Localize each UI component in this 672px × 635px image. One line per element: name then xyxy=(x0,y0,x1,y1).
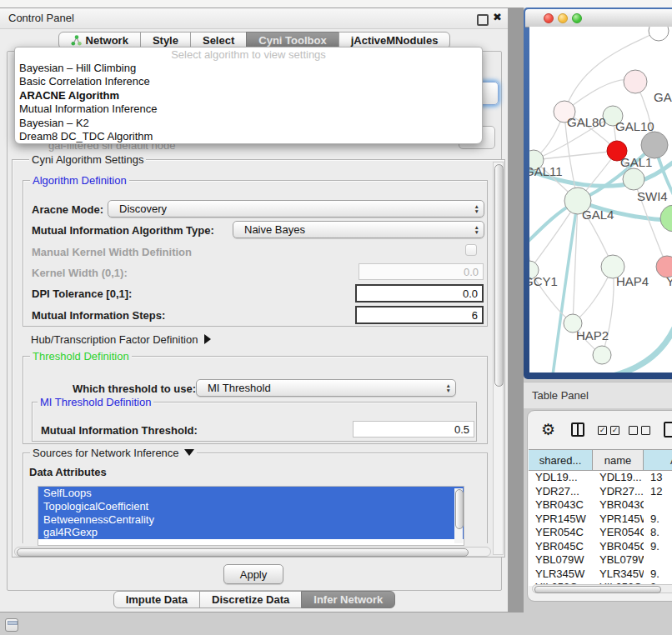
tab-label: Cyni Toolbox xyxy=(258,34,326,47)
table-rows[interactable]: YDL19... YDL19... 13 YDR27... YDR27... 1… xyxy=(529,471,672,586)
checked-checkbox-icon[interactable]: ✓ xyxy=(598,426,607,435)
table-row[interactable]: YBL079W YBL079W xyxy=(529,553,672,568)
column-header-name[interactable]: name xyxy=(593,450,644,470)
algorithm-option[interactable]: Mutual Information Inference xyxy=(15,102,482,116)
tab-label: Select xyxy=(203,34,234,47)
apply-button[interactable]: Apply xyxy=(223,564,283,584)
node[interactable] xyxy=(593,346,611,364)
hub-definition-toggle[interactable]: Hub/Transcription Factor Definition xyxy=(31,331,211,348)
aracne-mode-combobox[interactable]: Discovery ▲▼ xyxy=(108,200,484,218)
node-swi4[interactable] xyxy=(623,168,644,190)
node-label: GAL1 xyxy=(620,155,652,169)
mi-algorithm-type-combobox[interactable]: Naive Bayes ▲▼ xyxy=(233,221,484,238)
apply-button-label: Apply xyxy=(240,568,268,581)
restore-panel-icon[interactable] xyxy=(5,618,18,632)
manual-kernel-checkbox[interactable] xyxy=(465,244,477,256)
cell-shared-name: YBR045C xyxy=(529,540,593,554)
cell-value xyxy=(644,553,672,568)
node[interactable] xyxy=(624,70,647,93)
control-panel-title: Control Panel xyxy=(8,12,74,24)
sources-group-title: Sources for Network Inference xyxy=(30,447,197,459)
node-label: GAL10 xyxy=(615,119,654,133)
algorithm-option[interactable]: ARACNE Algorithm xyxy=(15,89,482,102)
table-row[interactable]: YPR145W YPR145W 9. xyxy=(529,512,672,527)
cell-name: YDL19... xyxy=(593,471,644,485)
expanded-arrow-icon[interactable] xyxy=(184,449,194,456)
table-panel: ⚙ ✓ ✓ shared... name A YDL19... YDL19...… xyxy=(527,410,672,602)
stepper-arrows-icon: ▲▼ xyxy=(446,383,451,392)
split-columns-icon[interactable] xyxy=(571,422,584,437)
cell-shared-name: YPR145W xyxy=(529,512,593,527)
unchecked-checkbox-icon[interactable] xyxy=(641,426,650,435)
cyni-bottom-tabs: Impute Data Discretize Data Infer Networ… xyxy=(0,591,509,608)
network-icon xyxy=(71,35,82,46)
node[interactable] xyxy=(649,27,669,41)
table-row[interactable]: YBR045C YBR045C 9. xyxy=(529,540,672,554)
float-panel-icon[interactable] xyxy=(477,14,489,26)
scrollbar-thumb[interactable] xyxy=(534,586,661,593)
attribute-item-selected[interactable]: SelfLoops xyxy=(38,487,464,500)
list-vertical-scrollbar[interactable] xyxy=(454,488,463,543)
node-label: HAP4 xyxy=(616,274,649,288)
tab-impute-data[interactable]: Impute Data xyxy=(113,591,200,608)
which-threshold-combobox[interactable]: MI Threshold ▲▼ xyxy=(196,379,456,397)
minimize-window-icon[interactable] xyxy=(558,13,568,23)
tab-label: Discretize Data xyxy=(212,593,289,606)
hub-definition-label: Hub/Transcription Factor Definition xyxy=(31,333,198,346)
panel-divider[interactable] xyxy=(509,8,524,612)
table-row[interactable]: YDR27... YDR27... 12 xyxy=(529,485,672,499)
node-label: SWI4 xyxy=(637,189,668,203)
gear-icon[interactable]: ⚙ xyxy=(541,419,555,441)
cell-value: 9. xyxy=(644,568,672,582)
table-mode-icon[interactable] xyxy=(664,422,672,438)
algorithm-option[interactable]: Bayesian – K2 xyxy=(15,117,482,130)
settings-vertical-scrollbar[interactable] xyxy=(493,162,504,555)
mi-threshold-field[interactable]: 0.5 xyxy=(353,421,474,438)
network-canvas[interactable]: GAL GAL80 GAL10 GAL1 GAL11 SWI4 GAL4 GCY… xyxy=(529,27,672,372)
attribute-item-selected[interactable]: gal4RGexp xyxy=(38,526,464,539)
dpi-tolerance-field[interactable]: 0.0 xyxy=(355,284,484,302)
network-view-window: GAL GAL80 GAL10 GAL1 GAL11 SWI4 GAL4 GCY… xyxy=(524,8,672,379)
algorithm-option[interactable]: Bayesian – Hill Climbing xyxy=(15,62,482,75)
zoom-window-icon[interactable] xyxy=(572,13,582,23)
kernel-width-field[interactable]: 0.0 xyxy=(359,263,484,280)
network-graph: GAL GAL80 GAL10 GAL1 GAL11 SWI4 GAL4 GCY… xyxy=(529,27,672,372)
attribute-item-selected[interactable]: BetweennessCentrality xyxy=(38,513,464,527)
table-row[interactable]: YLR345W YLR345W 9. xyxy=(529,568,672,582)
cell-shared-name: YBR043C xyxy=(529,498,593,512)
node[interactable] xyxy=(660,205,672,232)
attribute-item-selected[interactable]: TopologicalCoefficient xyxy=(38,500,464,513)
column-header-cutoff[interactable]: A xyxy=(644,450,672,470)
table-row[interactable]: YBR043C YBR043C xyxy=(529,498,672,512)
close-panel-icon[interactable]: ✖ xyxy=(493,11,502,23)
node-label: GAL11 xyxy=(529,164,563,178)
field-value: 0.5 xyxy=(454,423,469,436)
node-label: HAP2 xyxy=(576,328,609,342)
network-window-titlebar[interactable] xyxy=(525,9,672,28)
mi-type-label: Mutual Information Algorithm Type: xyxy=(32,224,214,237)
table-row[interactable]: YDL19... YDL19... 13 xyxy=(529,471,672,485)
node-label: GAL4 xyxy=(582,208,614,222)
data-attributes-list[interactable]: SelfLoopsTopologicalCoefficientBetweenne… xyxy=(38,486,464,546)
control-panel-titlebar: Control Panel ✖ xyxy=(0,8,508,29)
tab-infer-network[interactable]: Infer Network xyxy=(301,591,395,608)
tab-discretize-data[interactable]: Discretize Data xyxy=(199,591,302,608)
scrollbar-thumb[interactable] xyxy=(455,489,464,529)
scrollbar-thumb[interactable] xyxy=(17,548,469,557)
table-row[interactable]: YER054C YER054C 8. xyxy=(529,526,672,540)
checked-checkbox-icon[interactable]: ✓ xyxy=(610,426,619,435)
scrollbar-thumb[interactable] xyxy=(494,164,504,387)
tab-label: jActiveMNodules xyxy=(351,34,439,47)
mi-steps-field[interactable]: 6 xyxy=(355,306,484,324)
manual-kernel-label: Manual Kernel Width Definition xyxy=(32,246,192,258)
settings-horizontal-scrollbar[interactable] xyxy=(14,547,491,557)
algorithm-definition-title: Algorithm Definition xyxy=(30,174,129,187)
combobox-value: Naive Bayes xyxy=(244,223,305,236)
algorithm-option[interactable]: Basic Correlation Inference xyxy=(15,75,482,88)
algorithm-option[interactable]: Dream8 DC_TDC Algorithm xyxy=(15,130,482,143)
unchecked-checkbox-icon[interactable] xyxy=(629,426,638,435)
close-window-icon[interactable] xyxy=(544,13,554,23)
column-header-shared-name[interactable]: shared... xyxy=(529,450,593,470)
table-horizontal-scrollbar[interactable] xyxy=(532,584,672,593)
table-header-row: shared... name A xyxy=(529,449,672,471)
